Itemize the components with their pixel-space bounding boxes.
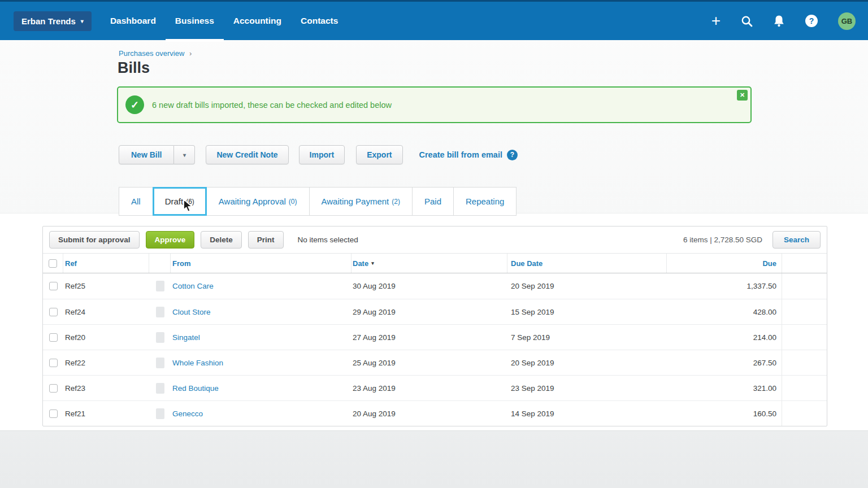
approve-button[interactable]: Approve [146, 231, 195, 249]
help-icon[interactable]: ? [805, 15, 818, 27]
attachment-placeholder-icon [156, 332, 164, 343]
cell-ref: Ref20 [63, 325, 149, 350]
contact-link[interactable]: Clout Store [172, 308, 211, 316]
submit-for-approval-button[interactable]: Submit for approval [49, 231, 140, 249]
search-icon[interactable] [741, 15, 753, 27]
row-checkbox[interactable] [49, 308, 58, 316]
cell-ref: Ref23 [63, 376, 149, 400]
import-button[interactable]: Import [299, 145, 345, 164]
select-all-checkbox[interactable] [49, 259, 57, 268]
header-end-spacer [782, 254, 827, 273]
cell-due-date: 14 Sep 2019 [507, 401, 667, 426]
page-content: Purchases overview › Bills ✓ 6 new draft… [0, 40, 868, 216]
new-bill-dropdown-button[interactable]: ▾ [174, 145, 195, 164]
new-credit-note-button[interactable]: New Credit Note [206, 145, 288, 164]
cell-due-amount: 428.00 [667, 299, 782, 324]
cell-due-amount: 321.00 [667, 376, 782, 400]
header-due[interactable]: Due [667, 254, 782, 273]
cell-date: 25 Aug 2019 [351, 350, 507, 375]
table-row[interactable]: Ref23 Red Boutique 23 Aug 2019 23 Sep 20… [43, 375, 827, 400]
new-bill-split-button: New Bill ▾ [119, 145, 195, 164]
cell-due-date: 7 Sep 2019 [507, 325, 667, 350]
print-button[interactable]: Print [248, 231, 284, 249]
cell-date: 27 Aug 2019 [351, 325, 507, 350]
cell-end-spacer [782, 401, 827, 426]
cell-due-date: 23 Sep 2019 [507, 376, 667, 400]
cell-end-spacer [782, 273, 827, 299]
nav-right: + ? GB [711, 12, 868, 30]
row-checkbox[interactable] [49, 409, 58, 418]
cell-date: 23 Aug 2019 [351, 376, 507, 400]
cell-due-amount: 160.50 [667, 401, 782, 426]
tab-draft[interactable]: Draft (6) [153, 187, 207, 216]
cell-end-spacer [782, 350, 827, 375]
cell-due-date: 15 Sep 2019 [507, 299, 667, 324]
cell-date: 29 Aug 2019 [351, 299, 507, 324]
cell-date: 20 Aug 2019 [351, 401, 507, 426]
delete-button[interactable]: Delete [201, 231, 242, 249]
row-checkbox[interactable] [49, 359, 58, 367]
tab-all[interactable]: All [119, 187, 153, 216]
chevron-down-icon: ▾ [81, 18, 84, 24]
cell-end-spacer [782, 299, 827, 324]
email-help-icon[interactable]: ? [507, 150, 518, 160]
attachment-placeholder-icon [156, 281, 164, 291]
contact-link[interactable]: Whole Fashion [172, 359, 223, 367]
check-circle-icon: ✓ [125, 95, 144, 114]
page-title: Bills [118, 59, 868, 77]
nav-item-business[interactable]: Business [166, 2, 224, 40]
new-bill-button[interactable]: New Bill [119, 145, 174, 164]
breadcrumb-link-purchases[interactable]: Purchases overview [119, 49, 184, 58]
bills-page: Erban Trends ▾ DashboardBusinessAccounti… [0, 0, 868, 488]
avatar[interactable]: GB [838, 12, 856, 30]
cell-due-amount: 267.50 [667, 350, 782, 375]
bell-icon[interactable] [773, 15, 785, 27]
cell-end-spacer [782, 376, 827, 400]
nav-item-contacts[interactable]: Contacts [291, 2, 348, 40]
cell-ref: Ref22 [63, 350, 149, 375]
tab-awaiting-approval[interactable]: Awaiting Approval (0) [206, 187, 310, 216]
header-attachment [149, 254, 171, 273]
cell-date: 30 Aug 2019 [351, 273, 507, 299]
table-row[interactable]: Ref22 Whole Fashion 25 Aug 2019 20 Sep 2… [43, 350, 827, 375]
action-buttons-row: New Bill ▾ New Credit Note Import Export… [119, 145, 868, 164]
tab-awaiting-payment[interactable]: Awaiting Payment (2) [309, 187, 413, 216]
table-row[interactable]: Ref25 Cotton Care 30 Aug 2019 20 Sep 201… [43, 273, 827, 299]
row-checkbox[interactable] [49, 384, 58, 393]
table-row[interactable]: Ref24 Clout Store 29 Aug 2019 15 Sep 201… [43, 299, 827, 324]
cell-ref: Ref25 [63, 273, 149, 299]
main-nav: DashboardBusinessAccountingContacts [101, 2, 348, 40]
header-due-date[interactable]: Due Date [507, 254, 667, 273]
sort-desc-icon: ▾ [371, 260, 374, 266]
header-from[interactable]: From [171, 254, 351, 273]
search-button[interactable]: Search [772, 231, 821, 249]
tab-paid[interactable]: Paid [412, 187, 454, 216]
table-row[interactable]: Ref20 Singatel 27 Aug 2019 7 Sep 2019 21… [43, 324, 827, 350]
cell-due-date: 20 Sep 2019 [507, 350, 667, 375]
contact-link[interactable]: Singatel [172, 333, 200, 342]
org-menu-button[interactable]: Erban Trends ▾ [14, 11, 92, 31]
contact-link[interactable]: Red Boutique [172, 384, 219, 393]
cell-due-amount: 214.00 [667, 325, 782, 350]
plus-icon[interactable]: + [711, 13, 721, 29]
row-checkbox[interactable] [49, 282, 58, 290]
contact-link[interactable]: Cotton Care [172, 282, 214, 290]
tab-repeating[interactable]: Repeating [453, 187, 517, 216]
selection-status: No items selected [298, 236, 358, 244]
row-checkbox[interactable] [49, 333, 58, 342]
toolbar-right: 6 items | 2,728.50 SGD Search [683, 231, 821, 249]
header-date[interactable]: Date ▾ [351, 254, 507, 273]
create-bill-from-email-link[interactable]: Create bill from email ? [419, 150, 518, 160]
banner-close-icon[interactable]: ✕ [737, 90, 748, 101]
contact-link[interactable]: Genecco [172, 409, 203, 418]
nav-item-dashboard[interactable]: Dashboard [101, 2, 166, 40]
cell-ref: Ref21 [63, 401, 149, 426]
nav-item-accounting[interactable]: Accounting [224, 2, 291, 40]
create-bill-from-email-label: Create bill from email [419, 150, 502, 159]
attachment-placeholder-icon [156, 408, 164, 419]
top-nav: Erban Trends ▾ DashboardBusinessAccounti… [0, 0, 868, 40]
header-ref[interactable]: Ref [63, 254, 149, 273]
table-row[interactable]: Ref21 Genecco 20 Aug 2019 14 Sep 2019 16… [43, 400, 827, 426]
export-button[interactable]: Export [356, 145, 402, 164]
breadcrumb: Purchases overview › [119, 49, 868, 58]
